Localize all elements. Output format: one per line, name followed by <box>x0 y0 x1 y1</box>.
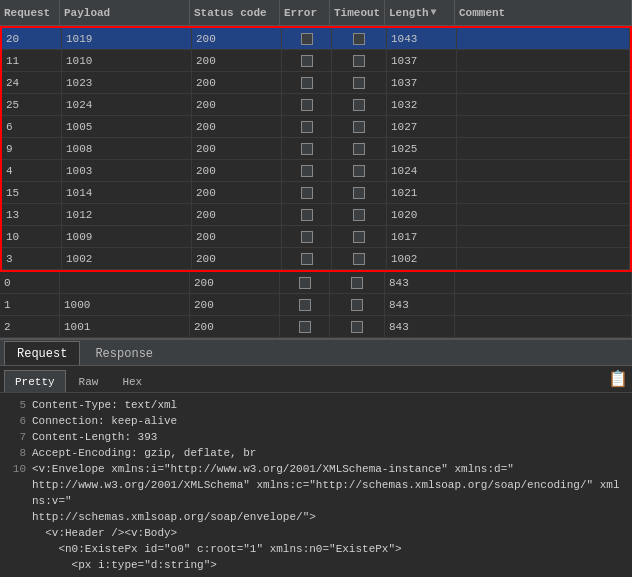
table-row[interactable]: 11 1010 200 1037 <box>2 50 630 72</box>
timeout-checkbox[interactable] <box>353 165 365 177</box>
error-checkbox[interactable] <box>299 299 311 311</box>
timeout-checkbox[interactable] <box>353 209 365 221</box>
table-body: 20 1019 200 1043 11 1010 200 1037 24 <box>0 26 632 338</box>
sub-tab-hex[interactable]: Hex <box>111 370 153 392</box>
cell-error <box>282 182 332 203</box>
code-line: <v:Header /><v:Body> <box>6 525 626 541</box>
cell-request: 3 <box>2 248 62 269</box>
col-header-request[interactable]: Request <box>0 0 60 25</box>
cell-status: 200 <box>192 204 282 225</box>
error-checkbox[interactable] <box>301 99 313 111</box>
sub-tab-pretty[interactable]: Pretty <box>4 370 66 392</box>
table-section: Request Payload Status code Error Timeou… <box>0 0 632 338</box>
error-checkbox[interactable] <box>301 253 313 265</box>
timeout-checkbox[interactable] <box>351 299 363 311</box>
table-row[interactable]: 25 1024 200 1032 <box>2 94 630 116</box>
cell-length: 1024 <box>387 160 457 181</box>
cell-length: 1002 <box>387 248 457 269</box>
cell-comment <box>457 182 630 203</box>
table-row[interactable]: 1 1000 200 843 <box>0 294 632 316</box>
timeout-checkbox[interactable] <box>353 143 365 155</box>
cell-timeout <box>332 248 387 269</box>
table-row[interactable]: 24 1023 200 1037 <box>2 72 630 94</box>
error-checkbox[interactable] <box>299 321 311 333</box>
table-row[interactable]: 10 1009 200 1017 <box>2 226 630 248</box>
cell-status: 200 <box>192 138 282 159</box>
cell-status: 200 <box>190 294 280 315</box>
table-row[interactable]: 20 1019 200 1043 <box>2 28 630 50</box>
cell-comment <box>457 28 630 49</box>
error-checkbox[interactable] <box>301 231 313 243</box>
col-header-comment[interactable]: Comment <box>455 0 632 25</box>
cell-status: 200 <box>192 50 282 71</box>
error-checkbox[interactable] <box>301 143 313 155</box>
col-header-timeout[interactable]: Timeout <box>330 0 385 25</box>
cell-error <box>282 94 332 115</box>
timeout-checkbox[interactable] <box>353 77 365 89</box>
code-line: 5 Content-Type: text/xml <box>6 397 626 413</box>
cell-error <box>282 72 332 93</box>
tab-response[interactable]: Response <box>82 341 166 365</box>
cell-length: 1027 <box>387 116 457 137</box>
cell-timeout <box>332 50 387 71</box>
col-header-status[interactable]: Status code <box>190 0 280 25</box>
copy-icon[interactable]: 📋 <box>608 369 628 389</box>
code-text: Content-Type: text/xml <box>32 397 177 413</box>
error-checkbox[interactable] <box>301 77 313 89</box>
timeout-checkbox[interactable] <box>351 321 363 333</box>
code-line: http://www.w3.org/2001/XMLSchema" xmlns:… <box>6 477 626 509</box>
table-row[interactable]: 4 1003 200 1024 <box>2 160 630 182</box>
cell-status: 200 <box>192 248 282 269</box>
cell-length: 1043 <box>387 28 457 49</box>
code-line: 10 <v:Envelope xmlns:i="http://www.w3.or… <box>6 461 626 477</box>
error-checkbox[interactable] <box>301 121 313 133</box>
col-header-length[interactable]: Length ▼ <box>385 0 455 25</box>
timeout-checkbox[interactable] <box>351 277 363 289</box>
timeout-checkbox[interactable] <box>353 33 365 45</box>
error-checkbox[interactable] <box>301 165 313 177</box>
cell-payload: 1008 <box>62 138 192 159</box>
table-row[interactable]: 2 1001 200 843 <box>0 316 632 338</box>
timeout-checkbox[interactable] <box>353 187 365 199</box>
error-checkbox[interactable] <box>301 55 313 67</box>
cell-status: 200 <box>192 226 282 247</box>
error-checkbox[interactable] <box>299 277 311 289</box>
timeout-checkbox[interactable] <box>353 55 365 67</box>
timeout-checkbox[interactable] <box>353 99 365 111</box>
cell-error <box>282 28 332 49</box>
cell-payload: 1003 <box>62 160 192 181</box>
table-row[interactable]: 3 1002 200 1002 <box>2 248 630 270</box>
cell-comment <box>457 204 630 225</box>
timeout-checkbox[interactable] <box>353 231 365 243</box>
error-checkbox[interactable] <box>301 187 313 199</box>
sub-tabs-row: Pretty Raw Hex 📋 <box>0 366 632 393</box>
table-row[interactable]: 0 200 843 <box>0 272 632 294</box>
col-header-payload[interactable]: Payload <box>60 0 190 25</box>
cell-comment <box>455 294 632 315</box>
cell-timeout <box>330 294 385 315</box>
table-row[interactable]: 6 1005 200 1027 <box>2 116 630 138</box>
col-header-error[interactable]: Error <box>280 0 330 25</box>
cell-request: 24 <box>2 72 62 93</box>
timeout-checkbox[interactable] <box>353 121 365 133</box>
error-checkbox[interactable] <box>301 209 313 221</box>
tab-request[interactable]: Request <box>4 341 80 365</box>
table-row[interactable]: 15 1014 200 1021 <box>2 182 630 204</box>
timeout-checkbox[interactable] <box>353 253 365 265</box>
cell-length: 1032 <box>387 94 457 115</box>
table-row[interactable]: 13 1012 200 1020 <box>2 204 630 226</box>
sub-tab-raw[interactable]: Raw <box>68 370 110 392</box>
cell-payload: 1024 <box>62 94 192 115</box>
cell-request: 9 <box>2 138 62 159</box>
cell-error <box>282 50 332 71</box>
sort-arrow-icon: ▼ <box>431 7 437 18</box>
cell-status: 200 <box>190 272 280 293</box>
table-row[interactable]: 9 1008 200 1025 <box>2 138 630 160</box>
cell-timeout <box>332 138 387 159</box>
cell-comment <box>457 72 630 93</box>
error-checkbox[interactable] <box>301 33 313 45</box>
code-line: 1019 <box>6 573 626 577</box>
line-number: 6 <box>6 413 26 429</box>
cell-payload: 1009 <box>62 226 192 247</box>
cell-error <box>282 248 332 269</box>
